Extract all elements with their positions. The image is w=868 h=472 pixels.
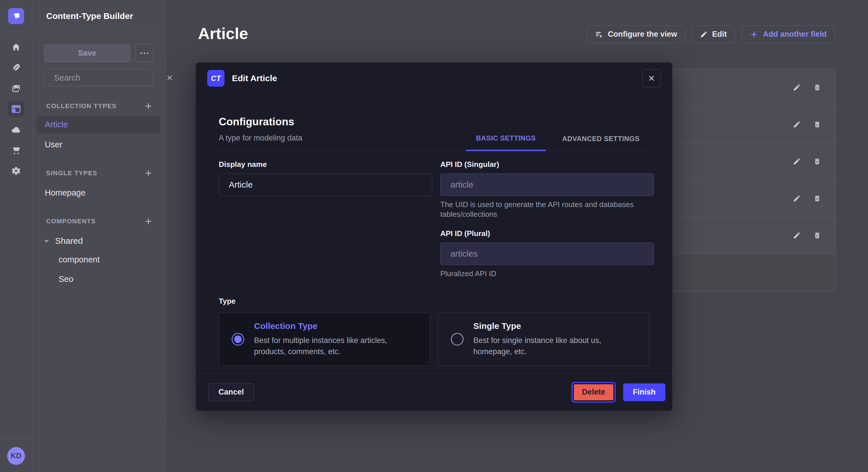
- trash-icon[interactable]: [813, 84, 821, 91]
- sidebar-item-homepage[interactable]: Homepage: [37, 184, 160, 202]
- modal-footer: Cancel Delete Finish: [196, 373, 672, 411]
- settings-gear-icon[interactable]: [8, 163, 24, 179]
- collection-type-option[interactable]: Collection Type Best for multiple instan…: [219, 312, 430, 366]
- single-type-option[interactable]: Single Type Best for single instance lik…: [438, 312, 649, 366]
- modal-title: Edit Article: [232, 73, 277, 83]
- delete-button-focus-ring: Delete: [571, 382, 615, 403]
- header-actions: Configure the view Edit Add another fiel…: [587, 26, 835, 43]
- sidebar-item-user[interactable]: User: [37, 136, 160, 154]
- home-icon[interactable]: [8, 39, 24, 55]
- type-options: Collection Type Best for multiple instan…: [219, 312, 649, 366]
- chevron-down-icon: [43, 237, 50, 244]
- tab-basic-settings[interactable]: BASIC SETTINGS: [466, 134, 546, 151]
- modal-header: CT Edit Article: [196, 63, 672, 94]
- single-type-description: Best for single instance like about us, …: [473, 335, 637, 357]
- add-another-field-label: Add another field: [763, 30, 827, 39]
- api-id-plural-label: API ID (Plural): [440, 229, 654, 238]
- trash-icon[interactable]: [813, 121, 821, 128]
- single-types-header: SINGLE TYPES: [46, 169, 153, 177]
- tab-advanced-settings[interactable]: ADVANCED SETTINGS: [553, 134, 649, 150]
- add-another-field-button[interactable]: Add another field: [741, 26, 835, 43]
- api-id-plural-helper: Pluralized API ID: [440, 269, 639, 279]
- content-manager-feather-icon[interactable]: [8, 60, 24, 76]
- api-id-singular-helper: The UID is used to generate the API rout…: [440, 200, 639, 220]
- rail-icon-list: [0, 32, 32, 179]
- add-single-type-button[interactable]: [144, 169, 153, 177]
- delete-button[interactable]: Delete: [574, 384, 613, 400]
- edit-label: Edit: [712, 30, 727, 39]
- display-name-input[interactable]: [219, 173, 432, 196]
- more-options-button[interactable]: [135, 44, 153, 62]
- add-collection-type-button[interactable]: [144, 102, 153, 110]
- search-box: [44, 69, 153, 86]
- display-name-label: Display name: [219, 160, 432, 169]
- footer-actions: Delete Finish: [571, 382, 665, 403]
- page-title: Article: [198, 24, 248, 43]
- cloud-icon[interactable]: [8, 122, 24, 138]
- add-component-button[interactable]: [144, 217, 153, 226]
- sidebar: Content-Type Builder Save COLLECTION TYP…: [32, 0, 166, 472]
- api-id-plural-field-group: API ID (Plural) Pluralized API ID: [440, 229, 654, 279]
- sidebar-item-component[interactable]: component: [37, 251, 160, 268]
- config-subheading: A type for modeling data: [219, 134, 302, 142]
- strapi-logo[interactable]: [8, 8, 24, 24]
- rail-footer: KD: [0, 439, 32, 472]
- configure-view-label: Configure the view: [608, 30, 677, 39]
- strapi-logo-icon: [11, 11, 21, 21]
- sidebar-item-article[interactable]: Article: [37, 115, 160, 133]
- section-label: SINGLE TYPES: [46, 169, 97, 177]
- pencil-icon: [700, 31, 708, 38]
- rail-header: [0, 0, 32, 32]
- single-type-title: Single Type: [473, 321, 637, 331]
- api-id-plural-input[interactable]: [440, 243, 654, 265]
- pencil-icon[interactable]: [793, 83, 801, 92]
- component-group-shared[interactable]: Shared: [37, 232, 160, 250]
- finish-button[interactable]: Finish: [623, 383, 665, 401]
- settings-tabs: BASIC SETTINGS ADVANCED SETTINGS: [466, 134, 649, 150]
- media-library-icon[interactable]: [8, 80, 24, 96]
- sidebar-header: Content-Type Builder: [32, 0, 165, 32]
- configure-view-button[interactable]: Configure the view: [587, 26, 685, 43]
- section-label: COLLECTION TYPES: [46, 102, 117, 110]
- cancel-button[interactable]: Cancel: [208, 383, 254, 401]
- section-label: COMPONENTS: [46, 217, 96, 225]
- app-screen: KD Content-Type Builder Save COLLECTION …: [0, 0, 868, 472]
- search-input[interactable]: [54, 73, 162, 82]
- display-name-field-group: Display name: [219, 160, 432, 278]
- pencil-icon[interactable]: [793, 158, 801, 165]
- trash-icon[interactable]: [813, 232, 821, 239]
- trash-icon[interactable]: [813, 158, 821, 165]
- api-id-singular-input[interactable]: [440, 173, 654, 196]
- edit-article-modal: CT Edit Article Configurations A type fo…: [196, 63, 672, 411]
- pencil-icon[interactable]: [793, 194, 801, 202]
- save-button[interactable]: Save: [44, 44, 130, 62]
- close-icon[interactable]: [642, 69, 661, 88]
- config-header-row: Configurations A type for modeling data …: [219, 116, 649, 151]
- marketplace-cart-icon[interactable]: [8, 142, 24, 158]
- sidebar-controls: Save: [32, 32, 165, 62]
- components-header: COMPONENTS: [46, 217, 153, 226]
- icon-rail: KD: [0, 0, 32, 472]
- config-heading: Configurations: [219, 116, 302, 128]
- component-group-label: Shared: [55, 236, 83, 246]
- trash-icon[interactable]: [813, 195, 821, 202]
- plugin-title: Content-Type Builder: [46, 11, 133, 21]
- modal-body: Configurations A type for modeling data …: [196, 116, 672, 366]
- radio-unselected-icon: [451, 333, 464, 345]
- pencil-icon[interactable]: [793, 231, 801, 239]
- configure-view-icon: [595, 30, 603, 38]
- user-avatar[interactable]: KD: [7, 447, 25, 465]
- type-label: Type: [219, 297, 649, 306]
- config-form: Display name API ID (Singular) The UID i…: [219, 160, 649, 278]
- content-type-badge: CT: [207, 70, 224, 87]
- collection-type-description: Best for multiple instances like article…: [254, 335, 417, 357]
- radio-selected-icon: [231, 333, 244, 345]
- api-id-singular-label: API ID (Singular): [440, 160, 654, 169]
- plus-icon: [750, 30, 758, 39]
- api-id-singular-field-group: API ID (Singular) The UID is used to gen…: [440, 160, 654, 220]
- collection-types-header: COLLECTION TYPES: [46, 102, 153, 110]
- content-type-builder-icon[interactable]: [8, 101, 24, 117]
- sidebar-item-seo[interactable]: Seo: [37, 270, 160, 288]
- edit-button[interactable]: Edit: [692, 26, 735, 43]
- pencil-icon[interactable]: [793, 121, 801, 129]
